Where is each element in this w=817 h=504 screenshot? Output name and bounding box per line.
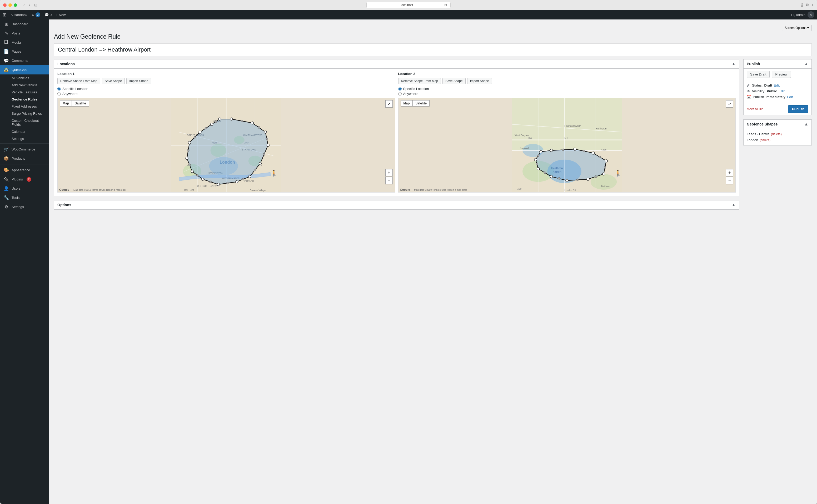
visibility-edit-link[interactable]: Edit bbox=[779, 89, 784, 93]
svg-point-52 bbox=[209, 181, 212, 183]
svg-text:M25: M25 bbox=[528, 137, 532, 139]
publish-toggle-button[interactable]: ▲ bbox=[804, 62, 808, 66]
remove-shape-button-1[interactable]: Remove Shape From Map bbox=[57, 78, 100, 84]
sidebar-item-posts[interactable]: ✎ Posts bbox=[0, 29, 49, 38]
site-name[interactable]: ⌂ sandbox bbox=[11, 13, 27, 17]
map-1-expand[interactable]: ⤢ bbox=[385, 100, 393, 108]
address-bar[interactable]: localhost ↻ bbox=[366, 2, 451, 8]
map-tab-map-2[interactable]: Map bbox=[400, 100, 413, 107]
sidebar-item-woocommerce[interactable]: 🛒 WooCommerce bbox=[0, 145, 49, 154]
updates-badge: 2 bbox=[36, 12, 40, 17]
status-edit-link[interactable]: Edit bbox=[774, 83, 780, 87]
sidebar-item-dashboard[interactable]: ⊞ Dashboard bbox=[0, 19, 49, 29]
sidebar-divider-2 bbox=[0, 164, 49, 164]
screen-options-button[interactable]: Screen Options ▾ bbox=[782, 25, 812, 31]
map-1-zoom-out[interactable]: − bbox=[385, 177, 393, 184]
map-2-zoom-in[interactable]: + bbox=[726, 169, 733, 177]
sidebar-subitem-calendar[interactable]: Calendar bbox=[0, 128, 49, 135]
specific-location-radio-2[interactable]: Specific Location bbox=[398, 87, 736, 91]
sidebar-item-products[interactable]: 📦 Products bbox=[0, 154, 49, 163]
reload-icon[interactable]: ↻ bbox=[444, 3, 447, 7]
map-1-zoom-in[interactable]: + bbox=[385, 169, 393, 177]
sidebar-subitem-surge-pricing[interactable]: Surge Pricing Rules bbox=[0, 110, 49, 117]
new-content-menu[interactable]: + New bbox=[56, 13, 66, 17]
pegman-2[interactable]: 🚶 bbox=[615, 170, 622, 177]
sidebar-woocommerce-label: WooCommerce bbox=[12, 147, 35, 151]
save-shape-button-2[interactable]: Save Shape bbox=[443, 78, 465, 84]
sidebar-item-appearance[interactable]: 🎨 Appearance bbox=[0, 165, 49, 175]
sidebar-item-users[interactable]: 👤 Users bbox=[0, 184, 49, 193]
publish-time-label: Publish bbox=[753, 95, 764, 99]
maximize-dot[interactable] bbox=[14, 3, 17, 7]
wp-logo-icon[interactable]: ⊞ bbox=[3, 12, 7, 18]
anywhere-radio-1[interactable]: Anywhere bbox=[57, 92, 395, 96]
import-shape-button-2[interactable]: Import Shape bbox=[467, 78, 492, 84]
publish-button[interactable]: Publish bbox=[788, 105, 808, 113]
new-tab-icon[interactable]: + bbox=[811, 3, 814, 7]
sidebar-item-quickcab[interactable]: 🚖 QuickCab bbox=[0, 65, 49, 74]
sidebar-item-plugins[interactable]: 🔌 Plugins 2 bbox=[0, 175, 49, 184]
map-2-expand[interactable]: ⤢ bbox=[726, 100, 733, 108]
geofence-shapes-metabox: Geofence Shapes ▲ Leeds - Centre (delete… bbox=[743, 119, 812, 145]
sidebar-subitem-vehicle-features[interactable]: Vehicle Features bbox=[0, 89, 49, 96]
duplicate-icon[interactable]: ⧉ bbox=[806, 3, 809, 7]
window-controls[interactable] bbox=[3, 3, 17, 7]
locations-toggle-button[interactable]: ▲ bbox=[731, 62, 736, 66]
share-icon[interactable]: ⎙ bbox=[801, 3, 803, 7]
remove-shape-button-2[interactable]: Remove Shape From Map bbox=[398, 78, 441, 84]
avatar[interactable]: A bbox=[808, 11, 814, 18]
preview-button[interactable]: Preview bbox=[772, 71, 791, 78]
sidebar-item-tools[interactable]: 🔧 Tools bbox=[0, 193, 49, 202]
minimize-dot[interactable] bbox=[8, 3, 12, 7]
specific-location-radio-1[interactable]: Specific Location bbox=[57, 87, 395, 91]
forward-button[interactable]: › bbox=[27, 2, 32, 8]
updates-widget[interactable]: ↻ 2 bbox=[32, 12, 40, 17]
import-shape-button-1[interactable]: Import Shape bbox=[126, 78, 151, 84]
svg-point-44 bbox=[218, 118, 221, 120]
sidebar-item-settings[interactable]: ⚙ Settings bbox=[0, 202, 49, 211]
svg-point-94 bbox=[539, 150, 542, 153]
sidebar-item-pages[interactable]: 📄 Pages bbox=[0, 47, 49, 56]
comments-widget[interactable]: 💬 0 bbox=[44, 13, 52, 17]
svg-point-97 bbox=[599, 156, 601, 158]
geofence-shapes-toggle[interactable]: ▲ bbox=[804, 122, 808, 127]
map-tab-satellite-1[interactable]: Satellite bbox=[72, 100, 89, 107]
close-dot[interactable] bbox=[3, 3, 7, 7]
map-1[interactable]: A501 A12 A40 A13 A3205 London BRENT CROS… bbox=[57, 98, 395, 193]
save-draft-button[interactable]: Save Draft bbox=[747, 71, 770, 78]
shape-delete-1[interactable]: (delete) bbox=[760, 138, 770, 142]
svg-point-93 bbox=[534, 158, 537, 161]
shape-name-0: Leeds - Centre bbox=[747, 132, 769, 136]
sidebar-subitem-settings[interactable]: Settings bbox=[0, 135, 49, 142]
title-input[interactable] bbox=[54, 43, 812, 56]
browser-nav[interactable]: ‹ › ⊡ bbox=[22, 2, 39, 8]
map-tab-satellite-2[interactable]: Satellite bbox=[413, 100, 430, 107]
shape-delete-0[interactable]: (delete) bbox=[771, 132, 782, 136]
options-toggle-button[interactable]: ▲ bbox=[731, 203, 736, 207]
sidebar-subitem-all-vehicles[interactable]: All Vehicles bbox=[0, 74, 49, 82]
map-tab-map-1[interactable]: Map bbox=[60, 100, 72, 107]
svg-point-58 bbox=[214, 121, 217, 123]
geofence-shapes-title: Geofence Shapes bbox=[747, 122, 778, 126]
publish-time-edit-link[interactable]: Edit bbox=[787, 95, 793, 99]
locations-metabox-body: Location 1 Remove Shape From Map Save Sh… bbox=[54, 69, 739, 196]
pegman-1[interactable]: 🚶 bbox=[270, 170, 278, 177]
save-shape-button-1[interactable]: Save Shape bbox=[102, 78, 125, 84]
map-2[interactable]: M25 M4 A30 A315 Stanwell West Drayton Ha… bbox=[398, 98, 736, 193]
sidebar-subitem-checkout-fields[interactable]: Custom Checkout Fields bbox=[0, 117, 49, 128]
svg-point-43 bbox=[210, 123, 213, 125]
update-icon: ↻ bbox=[32, 13, 34, 17]
anywhere-radio-2[interactable]: Anywhere bbox=[398, 92, 736, 96]
sidebar-item-comments[interactable]: 💬 Comments bbox=[0, 56, 49, 65]
sidebar-subitem-fixed-addresses[interactable]: Fixed Addresses bbox=[0, 103, 49, 110]
map-2-tabs: Map Satellite bbox=[400, 100, 430, 107]
comments-icon: 💬 bbox=[44, 13, 49, 17]
back-button[interactable]: ‹ bbox=[22, 2, 26, 8]
sidebar-subitem-geofence-rules[interactable]: Geofence Rules bbox=[0, 96, 49, 103]
tab-button[interactable]: ⊡ bbox=[33, 2, 39, 8]
sidebar-item-media[interactable]: 🎞 Media bbox=[0, 38, 49, 47]
sidebar-subitem-add-vehicle[interactable]: Add New Vehicle bbox=[0, 82, 49, 89]
move-to-bin-button[interactable]: Move to Bin bbox=[747, 107, 763, 111]
visibility-icon: 👁 bbox=[747, 89, 750, 93]
map-2-zoom-out[interactable]: − bbox=[726, 177, 733, 184]
